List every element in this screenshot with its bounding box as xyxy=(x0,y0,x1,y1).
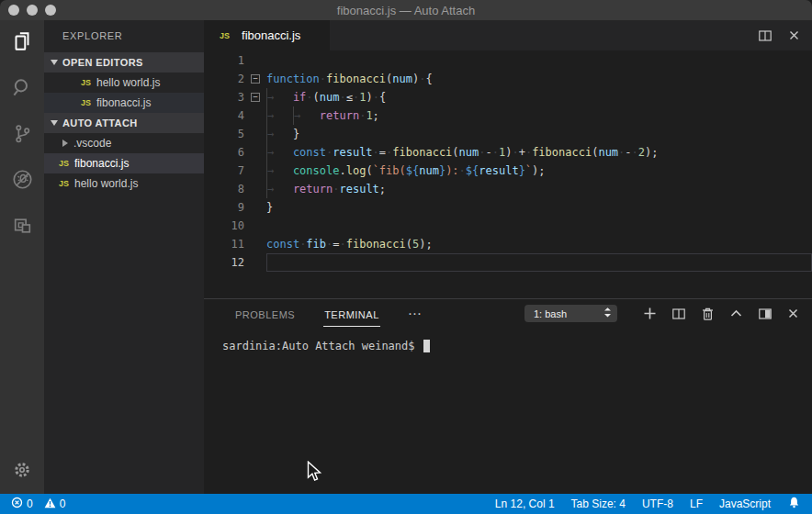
code-line-9[interactable]: 9} xyxy=(204,198,812,217)
terminal-content[interactable]: sardinia:Auto Attach weinand$ xyxy=(204,328,812,352)
line-number: 1 xyxy=(204,51,244,70)
code-text[interactable] xyxy=(266,253,812,272)
activity-item-explorer[interactable] xyxy=(0,20,44,66)
code-token: → xyxy=(266,125,293,143)
code-text[interactable]: →return·result; xyxy=(266,180,812,198)
code-text[interactable]: →if·(num·≤·1)·{ xyxy=(266,88,812,106)
code-line-8[interactable]: 8→return·result; xyxy=(204,180,812,198)
js-file-icon: JS xyxy=(81,78,91,87)
problems-status[interactable]: 0 0 xyxy=(11,497,65,511)
twistie-collapsed-icon xyxy=(62,140,68,147)
code-text[interactable] xyxy=(266,51,812,70)
code-text[interactable]: const·fib·=·fibonacci(5); xyxy=(266,235,812,253)
fold-column xyxy=(244,198,266,217)
code-editor[interactable]: 12−function·fibonacci(num)·{3−→if·(num·≤… xyxy=(204,50,812,299)
activity-item-extensions[interactable] xyxy=(0,204,44,250)
line-number: 4 xyxy=(204,106,244,125)
file-item-hello-world-js[interactable]: JShello world.js xyxy=(44,173,204,194)
error-icon xyxy=(11,497,23,511)
code-token: ; xyxy=(651,146,658,159)
close-editor-button[interactable] xyxy=(788,29,800,41)
fold-column xyxy=(244,235,266,253)
code-line-7[interactable]: 7→console.log(`fib(${num}):·${result}`); xyxy=(204,162,812,180)
code-line-12[interactable]: 12 xyxy=(204,253,812,272)
code-token: ${ xyxy=(466,164,479,177)
indent-guide xyxy=(266,106,267,125)
file-item-hello-world-js[interactable]: JShello world.js xyxy=(44,73,204,93)
code-line-11[interactable]: 11const·fib·=·fibonacci(5); xyxy=(204,235,812,253)
section-header-auto-attach[interactable]: AUTO ATTACH xyxy=(44,113,204,133)
editor-group: JS fibonacci.js 12−function·fibonacci(nu… xyxy=(204,20,812,494)
code-text[interactable]: } xyxy=(266,198,812,217)
zoom-window-button[interactable] xyxy=(45,5,56,16)
encoding-status[interactable]: UTF-8 xyxy=(642,497,673,510)
tab-problems[interactable]: PROBLEMS xyxy=(234,301,296,327)
split-terminal-button[interactable] xyxy=(671,307,686,321)
code-line-3[interactable]: 3−→if·(num·≤·1)·{ xyxy=(204,88,812,106)
activity-item-search[interactable] xyxy=(0,66,44,112)
new-terminal-button[interactable] xyxy=(643,307,657,320)
code-token: result xyxy=(479,164,518,177)
code-text[interactable] xyxy=(266,217,812,235)
fold-collapse-icon[interactable]: − xyxy=(251,74,260,84)
manage-button[interactable] xyxy=(0,459,44,485)
language-mode-status[interactable]: JavaScript xyxy=(719,497,771,510)
terminal-prompt: sardinia:Auto Attach weinand$ xyxy=(222,340,422,352)
file-item-label: .vscode xyxy=(73,137,111,150)
code-line-1[interactable]: 1 xyxy=(204,51,812,70)
trash-icon xyxy=(701,307,715,321)
tab-fibonacci-js[interactable]: JS fibonacci.js xyxy=(204,20,330,50)
eol-status[interactable]: LF xyxy=(690,497,703,510)
code-token: const xyxy=(293,146,326,159)
code-token: `fib( xyxy=(373,164,406,177)
close-window-button[interactable] xyxy=(8,5,19,16)
editor-tab-bar: JS fibonacci.js xyxy=(204,20,812,50)
code-token: ` xyxy=(525,164,532,177)
activity-item-debug[interactable] xyxy=(0,158,44,204)
code-line-6[interactable]: 6→const·result·=·fibonacci(num·-·1)·+·fi… xyxy=(204,143,812,162)
code-token: result xyxy=(333,146,372,159)
file-item-vscode[interactable]: .vscode xyxy=(44,133,204,153)
maximize-panel-button[interactable] xyxy=(729,307,743,319)
kill-terminal-button[interactable] xyxy=(701,307,715,321)
code-text[interactable]: →const·result·=·fibonacci(num·-·1)·+·fib… xyxy=(266,143,812,162)
code-line-5[interactable]: 5→} xyxy=(204,125,812,143)
file-item-fibonacci-js[interactable]: JSfibonacci.js xyxy=(44,93,204,113)
split-editor-button[interactable] xyxy=(758,28,773,43)
code-token: return xyxy=(293,183,333,196)
code-line-2[interactable]: 2−function·fibonacci(num)·{ xyxy=(204,70,812,88)
code-token: } xyxy=(519,164,525,177)
activity-item-source-control[interactable] xyxy=(0,112,44,158)
code-token: → xyxy=(293,106,320,125)
fold-column xyxy=(244,217,266,235)
twistie-expanded-icon xyxy=(51,60,58,65)
fold-column xyxy=(244,143,266,162)
code-line-10[interactable]: 10 xyxy=(204,217,812,235)
minimize-window-button[interactable] xyxy=(27,5,38,16)
indent-guide xyxy=(293,106,294,125)
tab-size-status[interactable]: Tab Size: 4 xyxy=(571,497,626,510)
panel-more-actions-button[interactable]: ⋯ xyxy=(408,309,422,318)
terminal-select[interactable]: 1: bash xyxy=(524,305,617,322)
code-text[interactable]: →console.log(`fib(${num}):·${result}`); xyxy=(266,162,812,180)
notifications-bell-button[interactable] xyxy=(787,496,801,512)
title-bar: fibonacci.js — Auto Attach xyxy=(0,0,812,20)
code-text[interactable]: →} xyxy=(266,125,812,143)
code-token: fibonacci xyxy=(392,146,452,159)
code-token: = xyxy=(379,146,386,159)
file-item-fibonacci-js[interactable]: JSfibonacci.js xyxy=(44,153,204,173)
close-panel-button[interactable] xyxy=(787,307,799,319)
js-file-icon: JS xyxy=(220,31,230,40)
toggle-panel-position-button[interactable] xyxy=(758,307,773,321)
tab-terminal[interactable]: TERMINAL xyxy=(323,301,380,327)
code-text[interactable]: function·fibonacci(num)·{ xyxy=(266,70,812,88)
section-header-open-editors[interactable]: OPEN EDITORS xyxy=(44,52,204,73)
code-token: num xyxy=(392,73,412,85)
code-token: · xyxy=(340,91,346,104)
fold-collapse-icon[interactable]: − xyxy=(251,93,260,102)
cursor-position-status[interactable]: Ln 12, Col 1 xyxy=(495,497,555,510)
code-text[interactable]: →→return·1; xyxy=(266,106,812,125)
code-line-4[interactable]: 4→→return·1; xyxy=(204,106,812,125)
code-token: ${ xyxy=(406,164,419,177)
editor-actions xyxy=(758,20,812,50)
